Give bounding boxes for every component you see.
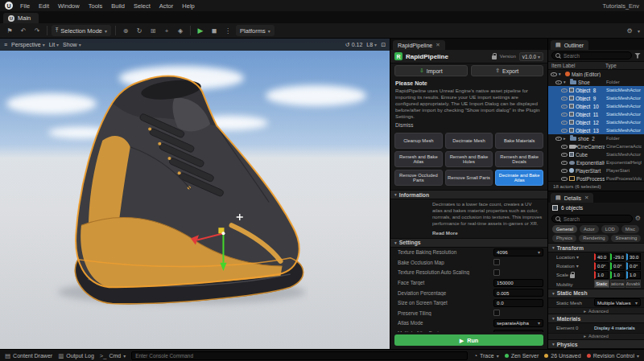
- visibility-eye-icon[interactable]: [561, 103, 568, 109]
- menu-edit[interactable]: Edit: [37, 2, 51, 10]
- chip-streaming[interactable]: Streaming: [611, 235, 641, 243]
- transform-section-header[interactable]: ▾ Transform: [548, 243, 644, 252]
- outliner-row[interactable]: PlayerStartPlayerStart: [548, 166, 644, 174]
- settings-gear-icon[interactable]: ⚙: [624, 25, 635, 36]
- rotate-tool-icon[interactable]: ↻: [134, 25, 145, 36]
- remove-occluded-parts-button[interactable]: Remove Occluded Parts: [394, 170, 443, 186]
- chip-general[interactable]: General: [552, 225, 577, 233]
- outliner-row-selected[interactable]: Object_13StaticMeshActor: [548, 126, 644, 134]
- multiple-atlas-factor-input[interactable]: [493, 330, 543, 332]
- expander-icon[interactable]: ▸: [564, 136, 568, 141]
- menu-build[interactable]: Build: [109, 2, 126, 10]
- column-item-label[interactable]: Item Label: [551, 63, 605, 68]
- import-button[interactable]: ⇩ Import: [394, 65, 468, 76]
- menu-select[interactable]: Select: [132, 2, 152, 10]
- outliner-row[interactable]: ▸ shoe_2Folder: [548, 134, 644, 142]
- platforms-dropdown[interactable]: Platforms ▾: [236, 25, 275, 36]
- advanced-expander[interactable]: ▸ Advanced: [548, 333, 644, 339]
- preserve-tiling-checkbox[interactable]: [493, 310, 500, 316]
- gear-icon[interactable]: ⚙: [635, 215, 641, 222]
- location-z-field[interactable]: 30.0: [626, 253, 641, 261]
- face-target-input[interactable]: [493, 279, 543, 287]
- static-mesh-dropdown[interactable]: Multiple Values▾: [594, 298, 641, 306]
- blueprint-icon[interactable]: ◈: [175, 25, 186, 36]
- show-dropdown[interactable]: Show ▾: [63, 42, 81, 47]
- chip-rendering[interactable]: Rendering: [579, 235, 609, 243]
- output-log-button[interactable]: ▥ Output Log: [58, 352, 94, 359]
- viewport-3d[interactable]: ≡ Perspective ▾ Lit ▾ Show ▾ ↺ 0.12: [0, 39, 390, 349]
- visibility-eye-icon[interactable]: [555, 79, 562, 85]
- atlas-mode-dropdown[interactable]: separateAlpha▾: [493, 319, 543, 327]
- mobility-static-button[interactable]: Static: [594, 280, 609, 288]
- menu-window[interactable]: Window: [56, 2, 81, 10]
- visibility-eye-icon[interactable]: [561, 119, 568, 125]
- visibility-eye-icon[interactable]: [561, 151, 568, 158]
- outliner-row-selected[interactable]: Object_12StaticMeshActor: [548, 118, 644, 126]
- remesh-bake-atlas-button[interactable]: Remesh and Bake Atlas: [394, 151, 443, 167]
- deviation-percentage-input[interactable]: [493, 289, 543, 297]
- bookmark-icon[interactable]: ⚑: [4, 25, 15, 36]
- menu-actor[interactable]: Actor: [158, 2, 175, 10]
- stop-button[interactable]: ◼: [208, 25, 220, 36]
- unreal-logo-icon[interactable]: U: [5, 2, 13, 10]
- texture-baking-resolution-dropdown[interactable]: 4096▾: [493, 248, 543, 256]
- tab-outliner[interactable]: ▤ Outliner: [551, 40, 588, 50]
- outliner-row[interactable]: ▾ Main (Editor): [548, 70, 644, 78]
- settings-section-header[interactable]: ▾ Settings: [390, 238, 547, 248]
- tab-rapidpipeline[interactable]: RapidPipeline ✕: [393, 40, 445, 50]
- zen-server-status[interactable]: Zen Server: [505, 353, 539, 359]
- chip-misc[interactable]: Misc: [621, 225, 639, 233]
- cmd-dropdown[interactable]: >_ Cmd ▾: [100, 352, 126, 359]
- remesh-bake-decals-button[interactable]: Remesh and Bake Decals: [495, 151, 543, 167]
- advanced-expander[interactable]: ▸ Advanced: [548, 307, 644, 314]
- lod-control[interactable]: L8 ▾: [366, 42, 377, 47]
- outliner-row[interactable]: PostProcessVolumePostProcessVolume: [548, 174, 644, 181]
- menu-file[interactable]: File: [19, 2, 31, 10]
- visibility-eye-icon[interactable]: [561, 167, 568, 174]
- perspective-dropdown[interactable]: Perspective ▾: [11, 42, 45, 47]
- scale-tool-icon[interactable]: ⊞: [147, 25, 159, 36]
- cleanup-mesh-button[interactable]: Cleanup Mesh: [394, 133, 443, 149]
- undo-icon[interactable]: ↶: [18, 25, 29, 36]
- tab-main-level[interactable]: U Main: [3, 13, 39, 23]
- close-icon[interactable]: ✕: [436, 42, 440, 48]
- move-tool-icon[interactable]: ⊕: [120, 25, 131, 36]
- visibility-eye-icon[interactable]: [561, 159, 568, 166]
- lock-icon[interactable]: [570, 274, 575, 278]
- chip-actor[interactable]: Actor: [580, 225, 599, 233]
- visibility-eye-icon[interactable]: [555, 135, 562, 142]
- chip-physics[interactable]: Physics: [552, 235, 576, 243]
- close-icon[interactable]: ✕: [584, 195, 588, 201]
- information-section-header[interactable]: ▾ Information: [390, 190, 547, 199]
- outliner-search-input[interactable]: [564, 53, 628, 59]
- scale-y-field[interactable]: 1.0: [610, 271, 625, 279]
- console-command-box[interactable]: [131, 351, 468, 360]
- remove-small-parts-button[interactable]: Remove Small Parts: [445, 170, 493, 186]
- expander-icon[interactable]: ▾: [559, 72, 564, 76]
- rotation-z-field[interactable]: 0.0°: [626, 262, 641, 270]
- bake-occlusion-map-checkbox[interactable]: [493, 259, 500, 265]
- decimate-mesh-button[interactable]: Decimate Mesh: [445, 133, 493, 149]
- menu-tools[interactable]: Tools: [87, 2, 105, 10]
- lit-dropdown[interactable]: Lit ▾: [49, 42, 59, 47]
- outliner-row[interactable]: CubeStaticMeshActor: [548, 150, 644, 158]
- outliner-row-selected[interactable]: Object_9StaticMeshActor: [548, 94, 644, 102]
- dismiss-link[interactable]: Dismiss: [395, 122, 543, 128]
- visibility-eye-icon[interactable]: [561, 95, 568, 101]
- maximize-viewport-icon[interactable]: ⊡: [381, 42, 386, 48]
- selection-mode-dropdown[interactable]: ⤒ Selection Mode ▾: [52, 25, 111, 36]
- camera-speed-control[interactable]: ↺ 0.12: [345, 42, 363, 48]
- version-dropdown[interactable]: v1.0.0 ▾: [519, 52, 543, 61]
- details-search-input[interactable]: [564, 216, 629, 222]
- outliner-searchbox[interactable]: [551, 51, 632, 59]
- read-more-link[interactable]: Read More: [390, 229, 547, 238]
- static-mesh-section-header[interactable]: ▾ Static Mesh: [548, 289, 644, 298]
- materials-section-header[interactable]: ▾ Materials: [548, 314, 644, 323]
- redo-icon[interactable]: ↷: [31, 25, 43, 36]
- rotation-y-field[interactable]: 0.0°: [610, 262, 625, 270]
- remesh-bake-holes-button[interactable]: Remesh and Bake Holes: [445, 151, 493, 167]
- visibility-eye-icon[interactable]: [551, 71, 557, 77]
- visibility-eye-icon[interactable]: [561, 111, 568, 117]
- texture-resolution-auto-scaling-checkbox[interactable]: [493, 269, 500, 276]
- chip-lod[interactable]: LOD: [601, 225, 619, 233]
